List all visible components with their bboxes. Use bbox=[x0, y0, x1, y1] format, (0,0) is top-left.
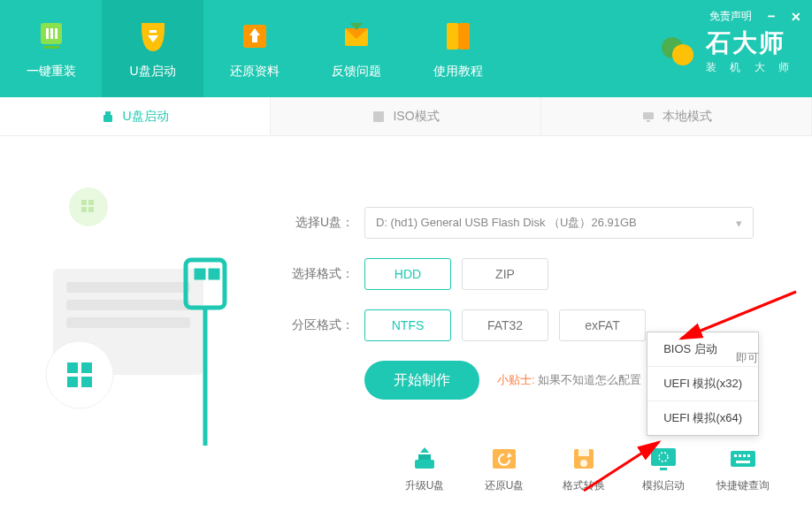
chevron-down-icon: ▾ bbox=[736, 217, 742, 230]
svg-rect-41 bbox=[418, 454, 431, 460]
brand-logo-icon bbox=[658, 32, 697, 71]
format-zip-button[interactable]: ZIP bbox=[462, 258, 548, 290]
nav-label: 一键重装 bbox=[27, 64, 76, 80]
svg-point-16 bbox=[672, 44, 693, 65]
subtab-label: ISO模式 bbox=[393, 109, 439, 125]
svg-rect-14 bbox=[458, 23, 470, 50]
decorative-illustration bbox=[35, 172, 230, 437]
partition-fat32-button[interactable]: FAT32 bbox=[462, 309, 548, 341]
nav-feedback[interactable]: 反馈问题 bbox=[305, 0, 407, 97]
tool-label: 格式转换 bbox=[563, 478, 605, 493]
svg-rect-26 bbox=[88, 207, 94, 212]
subtabs: U盘启动 ISO模式 本地模式 bbox=[0, 97, 812, 136]
tool-label: 模拟启动 bbox=[642, 478, 685, 493]
subtab-iso[interactable]: ISO模式 bbox=[271, 97, 541, 135]
svg-rect-35 bbox=[81, 377, 92, 387]
svg-marker-42 bbox=[420, 447, 429, 453]
svg-rect-55 bbox=[747, 454, 750, 457]
partition-exfat-button[interactable]: exFAT bbox=[559, 309, 646, 341]
svg-rect-32 bbox=[67, 362, 78, 373]
tip-suffix: 即可 bbox=[736, 350, 759, 366]
tool-label: 快捷键查询 bbox=[716, 478, 770, 493]
select-udisk-label: 选择U盘： bbox=[283, 215, 354, 231]
svg-rect-28 bbox=[66, 282, 190, 293]
subtab-label: 本地模式 bbox=[663, 109, 712, 125]
tip-content: 如果不知道怎么配置 bbox=[538, 373, 641, 386]
subtab-udisk[interactable]: U盘启动 bbox=[0, 97, 271, 135]
svg-rect-25 bbox=[81, 207, 87, 212]
start-make-button[interactable]: 开始制作 bbox=[364, 361, 479, 400]
svg-point-47 bbox=[580, 460, 587, 467]
main-content: 选择U盘： D: (hd1) General USB Flash Disk （U… bbox=[0, 136, 812, 511]
svg-rect-46 bbox=[578, 449, 589, 456]
subtab-label: U盘启动 bbox=[122, 109, 168, 125]
monitor-icon bbox=[641, 110, 655, 124]
tool-simulate-boot[interactable]: 模拟启动 bbox=[637, 445, 690, 493]
iso-icon bbox=[372, 110, 386, 124]
tool-hotkey-query[interactable]: 快捷键查询 bbox=[716, 445, 770, 493]
nav-udisk-boot[interactable]: U盘启动 bbox=[102, 0, 203, 97]
udisk-select-value: D: (hd1) General USB Flash Disk （U盘）26.9… bbox=[376, 215, 637, 231]
svg-rect-33 bbox=[81, 362, 92, 373]
svg-rect-52 bbox=[734, 454, 737, 457]
tip-label: 小贴士: bbox=[497, 373, 535, 386]
svg-rect-38 bbox=[211, 271, 218, 278]
tip-text: 小贴士: 如果不知道怎么配置 bbox=[497, 372, 641, 388]
minimize-button[interactable]: － bbox=[764, 7, 778, 26]
svg-rect-51 bbox=[731, 451, 755, 467]
select-format-label: 选择格式： bbox=[283, 266, 354, 282]
svg-rect-56 bbox=[736, 461, 750, 463]
svg-rect-3 bbox=[55, 28, 57, 39]
partition-ntfs-button[interactable]: NTFS bbox=[364, 309, 451, 341]
tutorial-icon bbox=[440, 18, 477, 55]
form-area: 选择U盘： D: (hd1) General USB Flash Disk （U… bbox=[283, 207, 768, 341]
usb-icon bbox=[101, 110, 115, 124]
subtab-local[interactable]: 本地模式 bbox=[541, 97, 812, 135]
brand: 石大师 装 机 大 师 bbox=[658, 27, 794, 75]
format-hdd-button[interactable]: HDD bbox=[364, 258, 451, 290]
bottom-toolbar: 升级U盘 还原U盘 格式转换 模拟启动 快捷键查询 bbox=[398, 445, 770, 493]
restore-icon bbox=[236, 18, 273, 55]
udisk-select[interactable]: D: (hd1) General USB Flash Disk （U盘）26.9… bbox=[364, 207, 754, 239]
nav-label: 反馈问题 bbox=[332, 64, 381, 80]
simulate-boot-menu: BIOS 启动 UEFI 模拟(x32) UEFI 模拟(x64) bbox=[647, 332, 759, 436]
svg-rect-21 bbox=[647, 120, 650, 122]
svg-rect-54 bbox=[743, 454, 746, 457]
svg-point-31 bbox=[46, 341, 113, 408]
svg-rect-40 bbox=[415, 460, 434, 469]
svg-rect-29 bbox=[66, 300, 190, 310]
svg-rect-17 bbox=[105, 111, 111, 115]
svg-rect-18 bbox=[103, 115, 112, 122]
tool-restore-udisk[interactable]: 还原U盘 bbox=[478, 445, 531, 493]
nav-reinstall[interactable]: 一键重装 bbox=[0, 0, 102, 97]
feedback-icon bbox=[338, 18, 375, 55]
tool-upgrade-udisk[interactable]: 升级U盘 bbox=[398, 445, 451, 493]
close-button[interactable]: ✕ bbox=[791, 10, 801, 24]
svg-rect-1 bbox=[46, 28, 49, 39]
svg-rect-23 bbox=[81, 200, 87, 205]
brand-subtitle: 装 机 大 师 bbox=[706, 60, 794, 75]
menu-uefi-x64[interactable]: UEFI 模拟(x64) bbox=[647, 401, 758, 435]
usb-up-icon bbox=[409, 445, 440, 473]
svg-rect-24 bbox=[88, 200, 94, 205]
svg-rect-13 bbox=[447, 23, 458, 50]
menu-uefi-x32[interactable]: UEFI 模拟(x32) bbox=[647, 367, 758, 401]
svg-rect-34 bbox=[67, 377, 78, 387]
partition-label: 分区格式： bbox=[283, 317, 354, 333]
tool-format-convert[interactable]: 格式转换 bbox=[557, 445, 610, 493]
svg-rect-30 bbox=[66, 317, 190, 328]
reinstall-icon bbox=[33, 18, 70, 55]
svg-rect-2 bbox=[50, 28, 53, 39]
disclaimer-link[interactable]: 免责声明 bbox=[709, 9, 752, 24]
window-controls: 免责声明 － ✕ bbox=[709, 7, 801, 26]
svg-rect-50 bbox=[660, 468, 667, 470]
udisk-boot-icon bbox=[134, 18, 172, 55]
tool-label: 升级U盘 bbox=[405, 478, 445, 493]
nav-restore[interactable]: 还原资料 bbox=[203, 0, 305, 97]
nav-label: 还原资料 bbox=[230, 64, 280, 80]
nav-tutorial[interactable]: 使用教程 bbox=[407, 0, 509, 97]
keyboard-icon bbox=[727, 445, 759, 473]
tool-label: 还原U盘 bbox=[485, 478, 525, 493]
svg-rect-19 bbox=[373, 111, 384, 122]
svg-rect-48 bbox=[651, 448, 676, 466]
